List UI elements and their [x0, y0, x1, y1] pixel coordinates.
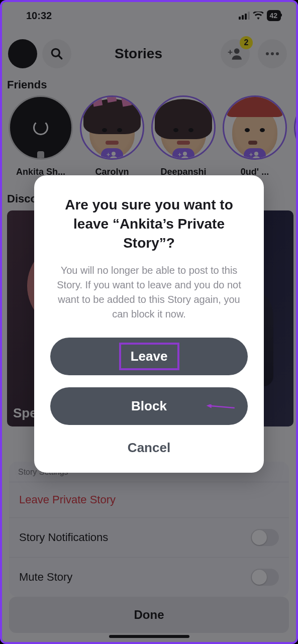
leave-button[interactable]: Leave — [50, 338, 248, 375]
block-button-label: Block — [131, 398, 167, 413]
block-button[interactable]: Block — [50, 387, 248, 425]
modal-body: You will no longer be able to post to th… — [50, 263, 248, 321]
confirm-leave-modal: Are you sure you want to leave “Ankita’s… — [34, 175, 264, 473]
annotation-arrow-icon — [192, 404, 250, 409]
highlight-box — [119, 343, 179, 370]
svg-marker-14 — [207, 404, 212, 408]
modal-title: Are you sure you want to leave “Ankita’s… — [50, 195, 248, 252]
svg-line-13 — [211, 406, 235, 408]
cancel-button[interactable]: Cancel — [50, 440, 248, 456]
